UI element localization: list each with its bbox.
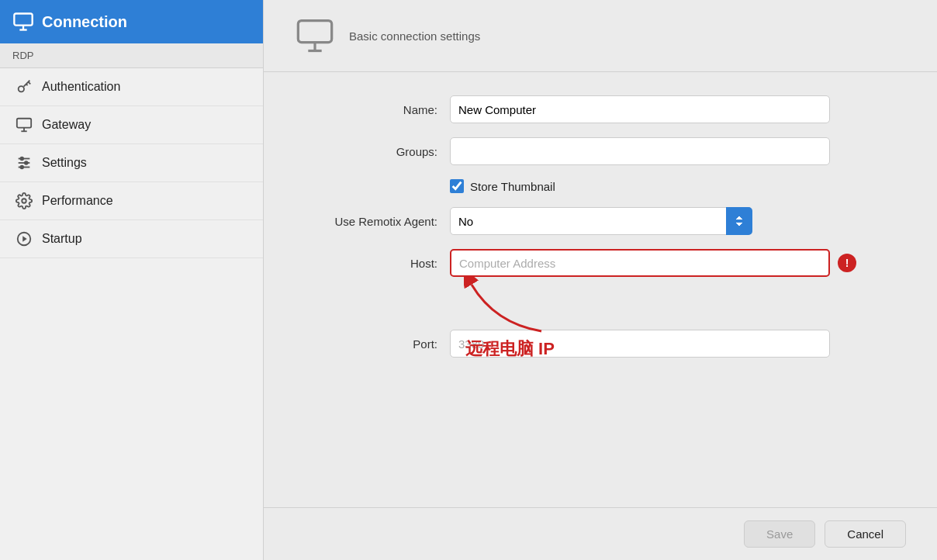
sidebar-item-gateway[interactable]: Gateway: [0, 106, 263, 144]
main-panel: Basic connection settings Name: Groups: …: [264, 0, 937, 560]
annotation-container: 远程电脑 IP: [450, 291, 906, 361]
thumbnail-checkbox-row: Store Thumbnail: [450, 179, 906, 193]
remotix-select-wrapper: No Yes: [450, 207, 752, 235]
main-header: Basic connection settings: [264, 0, 937, 72]
save-button[interactable]: Save: [744, 520, 815, 548]
svg-point-14: [25, 161, 28, 164]
annotation-arrow: [464, 277, 557, 339]
svg-point-3: [19, 86, 24, 92]
svg-point-15: [20, 166, 23, 169]
svg-point-13: [20, 157, 23, 161]
svg-marker-18: [22, 236, 27, 241]
svg-rect-7: [17, 119, 31, 128]
svg-point-16: [22, 199, 26, 203]
thumbnail-checkbox[interactable]: [450, 179, 464, 193]
groups-row: Groups:: [295, 137, 906, 165]
sidebar-item-settings[interactable]: Settings: [0, 144, 263, 182]
sidebar-item-gateway-label: Gateway: [42, 118, 91, 132]
footer: Save Cancel: [264, 507, 937, 560]
main-monitor-icon: [295, 16, 335, 56]
sidebar: Connection RDP Authentication Gateway Se…: [0, 0, 264, 560]
svg-rect-19: [298, 21, 331, 43]
sidebar-rdp-label: RDP: [0, 43, 263, 68]
connection-icon: [12, 11, 34, 33]
thumbnail-label: Store Thumbnail: [470, 180, 555, 193]
groups-label: Groups:: [295, 145, 450, 158]
gear-icon: [16, 192, 33, 209]
host-label: Host:: [295, 257, 450, 270]
sidebar-item-performance[interactable]: Performance: [0, 182, 263, 220]
annotation-text: 远程电脑 IP: [465, 337, 555, 361]
host-input[interactable]: [450, 249, 830, 277]
svg-line-6: [26, 84, 28, 85]
host-row: Host: !: [295, 249, 906, 277]
svg-line-5: [29, 82, 31, 85]
remotix-select[interactable]: No Yes: [450, 207, 752, 235]
cancel-button[interactable]: Cancel: [825, 520, 906, 548]
play-icon: [16, 230, 33, 247]
main-header-subtitle: Basic connection settings: [349, 29, 480, 43]
sliders-icon: [16, 154, 33, 171]
host-error-icon: !: [838, 254, 856, 272]
sidebar-item-performance-label: Performance: [42, 194, 113, 208]
sidebar-item-startup[interactable]: Startup: [0, 220, 263, 258]
remotix-label: Use Remotix Agent:: [295, 215, 450, 228]
name-input[interactable]: [450, 95, 830, 123]
sidebar-header[interactable]: Connection: [0, 0, 263, 43]
sidebar-item-authentication-label: Authentication: [42, 80, 120, 94]
monitor-small-icon: [16, 116, 33, 133]
sidebar-item-settings-label: Settings: [42, 156, 87, 170]
name-row: Name:: [295, 95, 906, 123]
key-icon: [16, 78, 33, 95]
sidebar-header-label: Connection: [42, 13, 127, 31]
sidebar-item-startup-label: Startup: [42, 232, 82, 246]
form-area: Name: Groups: Store Thumbnail Use Remoti…: [264, 72, 937, 507]
groups-input[interactable]: [450, 137, 830, 165]
name-label: Name:: [295, 103, 450, 116]
port-label: Port:: [295, 337, 450, 351]
sidebar-item-authentication[interactable]: Authentication: [0, 68, 263, 106]
svg-line-4: [24, 81, 30, 87]
svg-rect-0: [14, 14, 32, 26]
remotix-row: Use Remotix Agent: No Yes: [295, 207, 906, 235]
